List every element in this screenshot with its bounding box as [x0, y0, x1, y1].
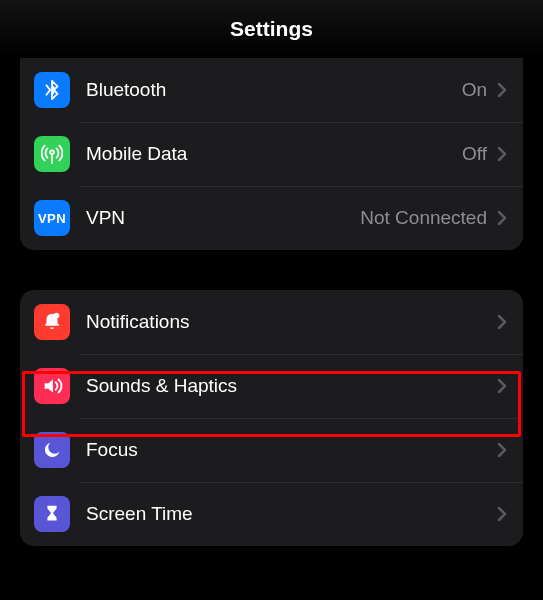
chevron-right-icon: [497, 82, 507, 98]
row-screen-time[interactable]: Screen Time: [20, 482, 523, 546]
row-vpn[interactable]: VPN VPN Not Connected: [20, 186, 523, 250]
row-label: Mobile Data: [86, 143, 462, 165]
settings-group-general: Notifications Sounds & Haptics Focus: [20, 290, 523, 546]
row-label: Notifications: [86, 311, 497, 333]
chevron-right-icon: [497, 146, 507, 162]
antenna-icon: [34, 136, 70, 172]
hourglass-icon: [34, 496, 70, 532]
row-status: On: [462, 79, 487, 101]
vpn-icon: VPN: [34, 200, 70, 236]
header: Settings: [0, 0, 543, 58]
row-label: Screen Time: [86, 503, 497, 525]
chevron-right-icon: [497, 506, 507, 522]
vpn-icon-text: VPN: [38, 211, 66, 226]
chevron-right-icon: [497, 210, 507, 226]
chevron-right-icon: [497, 442, 507, 458]
speaker-icon: [34, 368, 70, 404]
page-title: Settings: [230, 17, 313, 41]
row-notifications[interactable]: Notifications: [20, 290, 523, 354]
row-status: Off: [462, 143, 487, 165]
settings-content: Bluetooth On Mobile Data Off VPN VPN Not…: [0, 58, 543, 546]
svg-point-0: [54, 313, 60, 319]
row-focus[interactable]: Focus: [20, 418, 523, 482]
bluetooth-icon: [34, 72, 70, 108]
row-label: Bluetooth: [86, 79, 462, 101]
moon-icon: [34, 432, 70, 468]
chevron-right-icon: [497, 378, 507, 394]
row-bluetooth[interactable]: Bluetooth On: [20, 58, 523, 122]
bell-icon: [34, 304, 70, 340]
settings-group-connectivity: Bluetooth On Mobile Data Off VPN VPN Not…: [20, 58, 523, 250]
row-label: VPN: [86, 207, 360, 229]
row-mobile-data[interactable]: Mobile Data Off: [20, 122, 523, 186]
chevron-right-icon: [497, 314, 507, 330]
row-label: Sounds & Haptics: [86, 375, 497, 397]
row-label: Focus: [86, 439, 497, 461]
row-status: Not Connected: [360, 207, 487, 229]
row-sounds-haptics[interactable]: Sounds & Haptics: [20, 354, 523, 418]
